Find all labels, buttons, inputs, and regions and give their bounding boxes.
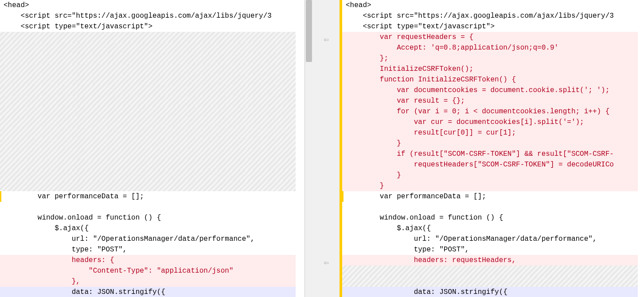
left-line[interactable]	[0, 138, 296, 149]
right-line[interactable]: }	[342, 170, 638, 181]
left-line[interactable]: var performanceData = [];	[0, 191, 296, 202]
left-line[interactable]: $.ajax({	[0, 223, 296, 234]
left-line[interactable]	[0, 96, 296, 106]
left-line[interactable]: <head>	[0, 0, 296, 11]
right-line[interactable]: var cur = documentcookies[i].split('=');	[342, 117, 638, 127]
left-line[interactable]	[0, 85, 296, 96]
left-line[interactable]	[0, 42, 296, 53]
diff-view: <head> <script src="https://ajax.googlea…	[0, 0, 644, 297]
left-line[interactable]: headers: {	[0, 255, 296, 266]
right-line[interactable]: }	[342, 181, 638, 191]
right-line[interactable]: if (result["SCOM-CSRF-TOKEN"] && result[…	[342, 149, 638, 159]
left-line[interactable]	[0, 117, 296, 127]
left-line[interactable]: },	[0, 276, 296, 287]
left-line[interactable]: type: "POST",	[0, 244, 296, 255]
left-line[interactable]: data: JSON.stringify({	[0, 287, 296, 297]
left-scrollbar[interactable]	[305, 0, 313, 297]
right-line[interactable]: headers: requestHeaders,	[342, 255, 638, 266]
right-line[interactable]: var documentcookies = document.cookie.sp…	[342, 85, 638, 96]
right-line[interactable]: }	[342, 138, 638, 149]
left-line[interactable]	[0, 32, 296, 42]
right-line[interactable]: InitializeCSRFToken();	[342, 64, 638, 74]
right-line[interactable]: data: JSON.stringify({	[342, 287, 638, 297]
merge-arrow-icon[interactable]: ⇦	[324, 258, 329, 267]
right-line[interactable]	[342, 266, 638, 276]
right-line[interactable]: <head>	[342, 0, 638, 11]
right-line[interactable]: type: "POST",	[342, 244, 638, 255]
right-line[interactable]: window.onload = function () {	[342, 212, 638, 223]
left-line[interactable]	[0, 170, 296, 181]
left-pane: <head> <script src="https://ajax.googlea…	[0, 0, 305, 297]
left-line[interactable]	[0, 149, 296, 159]
right-line[interactable]: url: "/OperationsManager/data/performanc…	[342, 234, 638, 244]
left-line[interactable]	[0, 64, 296, 74]
merge-arrow-icon[interactable]: ⇦	[324, 35, 329, 44]
right-line[interactable]: function InitializeCSRFToken() {	[342, 74, 638, 85]
right-line[interactable]: Accept: 'q=0.8;application/json;q=0.9'	[342, 42, 638, 53]
left-line[interactable]	[0, 74, 296, 85]
right-code[interactable]: <head> <script src="https://ajax.googlea…	[342, 0, 638, 297]
left-line[interactable]: <script type="text/javascript">	[0, 21, 296, 32]
right-line[interactable]: <script src="https://ajax.googleapis.com…	[342, 11, 638, 21]
left-line[interactable]	[0, 202, 296, 212]
right-line[interactable]: for (var i = 0; i < documentcookies.leng…	[342, 106, 638, 117]
right-line[interactable]: var requestHeaders = {	[342, 32, 638, 42]
left-line[interactable]	[0, 181, 296, 191]
diff-gutter: ⇦⇦	[313, 0, 340, 297]
left-line[interactable]	[0, 159, 296, 170]
right-line[interactable]: result[cur[0]] = cur[1];	[342, 127, 638, 138]
left-line[interactable]: url: "/OperationsManager/data/performanc…	[0, 234, 296, 244]
left-line[interactable]	[0, 106, 296, 117]
left-line[interactable]: "Content-Type": "application/json"	[0, 266, 296, 276]
left-line[interactable]: <script src="https://ajax.googleapis.com…	[0, 11, 296, 21]
left-line[interactable]	[0, 127, 296, 138]
right-line[interactable]: $.ajax({	[342, 223, 638, 234]
right-line[interactable]: <script type="text/javascript">	[342, 21, 638, 32]
right-pane: <head> <script src="https://ajax.googlea…	[340, 0, 644, 297]
left-code[interactable]: <head> <script src="https://ajax.googlea…	[0, 0, 296, 297]
right-line[interactable]	[342, 276, 638, 287]
right-line[interactable]: };	[342, 53, 638, 64]
left-line[interactable]: window.onload = function () {	[0, 212, 296, 223]
right-line[interactable]: var result = {};	[342, 96, 638, 106]
right-line[interactable]	[342, 202, 638, 212]
right-line[interactable]: var performanceData = [];	[342, 191, 638, 202]
left-line[interactable]	[0, 53, 296, 64]
scrollbar-thumb[interactable]	[306, 0, 312, 62]
right-line[interactable]: requestHeaders["SCOM-CSRF-TOKEN"] = deco…	[342, 159, 638, 170]
